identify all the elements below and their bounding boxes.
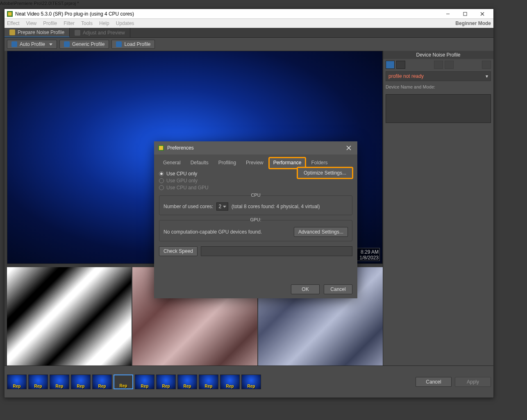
advanced-settings-button[interactable]: Advanced Settings... [294, 227, 348, 237]
menu-view[interactable]: View [26, 20, 36, 26]
tab-prepare-noise-profile[interactable]: Prepare Noise Profile [5, 28, 70, 37]
menu-profile[interactable]: Profile [43, 20, 57, 26]
chevron-down-icon[interactable] [49, 43, 52, 45]
cores-value: 2 [218, 204, 221, 209]
thumb-badge: Rep [199, 384, 218, 388]
thumb-badge: Rep [242, 384, 261, 388]
profile-status-text: profile not ready [388, 73, 424, 79]
prefs-tab-defaults[interactable]: Defaults [186, 158, 213, 168]
menu-filter[interactable]: Filter [64, 20, 75, 26]
generic-profile-label: Generic Profile [72, 41, 104, 47]
menubar: Effect View Profile Filter Tools Help Up… [5, 19, 493, 28]
open-profile-icon[interactable] [386, 61, 395, 69]
info-icon [482, 61, 491, 69]
thumb-4[interactable]: Rep [71, 375, 91, 389]
maximize-button[interactable] [457, 9, 474, 18]
thumb-badge: Rep [157, 384, 175, 388]
thumb-badge: Rep [114, 384, 132, 388]
device-name-field[interactable] [386, 94, 491, 123]
thumb-badge: Rep [135, 384, 154, 388]
mode-label[interactable]: Beginner Mode [455, 20, 491, 26]
tab-prepare-label: Prepare Noise Profile [18, 30, 64, 35]
prefs-tab-performance[interactable]: Performance [269, 158, 306, 168]
speed-result [201, 246, 352, 256]
tab-prepare-icon [9, 30, 15, 35]
prefs-tab-general[interactable]: General [159, 158, 185, 168]
preferences-dialog: Preferences General Defaults Profiling P… [154, 141, 357, 298]
wand-icon [11, 41, 17, 47]
cancel-button[interactable]: Cancel [416, 377, 452, 387]
dialog-titlebar: Preferences [154, 141, 357, 154]
thumb-2[interactable]: Rep [28, 375, 48, 389]
panel-tools [383, 59, 493, 70]
dialog-ok-button[interactable]: OK [291, 284, 320, 294]
top-tabs: Prepare Noise Profile Adjust and Preview [5, 28, 493, 38]
gpu-group: GPU: No computation-capable GPU devices … [159, 220, 352, 241]
generic-profile-button[interactable]: Generic Profile [59, 40, 109, 49]
profile-status[interactable]: profile not ready ▾ [386, 71, 491, 81]
tab-adjust-preview[interactable]: Adjust and Preview [70, 28, 130, 37]
profile-toolbar: Auto Profile Generic Profile Load Profil… [5, 38, 493, 51]
thumb-badge: Rep [93, 384, 111, 388]
tab-adjust-icon [75, 30, 80, 36]
cpu-legend: CPU [248, 193, 263, 198]
prefs-tab-folders[interactable]: Folders [307, 158, 332, 168]
thumb-5[interactable]: Rep [92, 375, 112, 389]
frame-thumbnails: Rep Rep Rep Rep Rep Rep Rep Rep Rep Rep … [7, 375, 261, 389]
menu-tools[interactable]: Tools [81, 20, 93, 26]
thumb-7[interactable]: Rep [135, 375, 154, 389]
panel-title: Device Noise Profile [383, 51, 493, 59]
dialog-cancel-button[interactable]: Cancel [324, 284, 352, 294]
radio-gpu-only: Use GPU only [159, 178, 352, 184]
window-title: Neat Video 5.3.0 (SR) Pro plug-in (using… [15, 11, 439, 17]
titlebar: Neat Video 5.3.0 (SR) Pro plug-in (using… [5, 9, 493, 19]
gpu-message: No computation-capable GPU devices found… [164, 229, 262, 235]
thumb-12[interactable]: Rep [241, 375, 261, 389]
save-profile-icon[interactable] [396, 61, 405, 69]
cores-select[interactable]: 2 [216, 202, 228, 211]
dialog-title: Preferences [167, 145, 194, 151]
menu-help[interactable]: Help [99, 20, 109, 26]
dialog-close-icon[interactable] [344, 143, 353, 152]
thumb-10[interactable]: Rep [199, 375, 218, 389]
chevron-down-icon: ▾ [486, 73, 488, 79]
gpu-legend: GPU: [248, 217, 264, 222]
minimize-button[interactable] [439, 9, 457, 18]
thumb-badge: Rep [29, 384, 48, 388]
thumb-badge: Rep [220, 384, 239, 388]
prefs-tabs: General Defaults Profiling Preview Perfo… [159, 158, 352, 168]
optimize-settings-button[interactable]: Optimize Settings... [298, 168, 352, 178]
thumb-3[interactable]: Rep [50, 375, 69, 389]
prefs-tab-preview[interactable]: Preview [242, 158, 268, 168]
thumb-9[interactable]: Rep [177, 375, 197, 389]
cores-info: (total 8 cores found: 4 physical, 4 virt… [232, 204, 320, 209]
dialog-icon [158, 145, 164, 151]
check-speed-button[interactable]: Check Speed [159, 246, 198, 256]
thumb-badge: Rep [50, 384, 69, 388]
app-icon [7, 11, 13, 17]
bottom-bar: Rep Rep Rep Rep Rep Rep Rep Rep Rep Rep … [5, 366, 493, 397]
thumb-6[interactable]: Rep [114, 375, 133, 389]
thumb-8[interactable]: Rep [156, 375, 176, 389]
load-profile-button[interactable]: Load Profile [111, 40, 155, 49]
channel-y[interactable]: Y Enhanced [7, 267, 132, 374]
svg-rect-3 [463, 12, 467, 16]
radio-cpu-and-gpu: Use CPU and GPU [159, 185, 352, 191]
thumb-1[interactable]: Rep [7, 375, 27, 389]
radio-icon [159, 171, 164, 176]
redo-icon [445, 61, 454, 69]
menu-effect[interactable]: Effect [7, 20, 19, 26]
thumb-badge: Rep [178, 384, 197, 388]
chevron-down-icon [223, 206, 226, 208]
apply-button[interactable]: Apply [455, 377, 491, 387]
thumb-11[interactable]: Rep [220, 375, 240, 389]
close-button[interactable] [474, 9, 491, 18]
target-icon [64, 41, 70, 47]
right-panel: Device Noise Profile profile not ready ▾… [383, 51, 493, 366]
menu-updates[interactable]: Updates [116, 20, 134, 26]
radio-both-label: Use CPU and GPU [166, 185, 209, 191]
thumb-badge: Rep [7, 384, 26, 388]
auto-profile-button[interactable]: Auto Profile [7, 40, 57, 49]
prefs-tab-profiling[interactable]: Profiling [214, 158, 240, 168]
cores-label: Number of used cores: [164, 204, 213, 209]
